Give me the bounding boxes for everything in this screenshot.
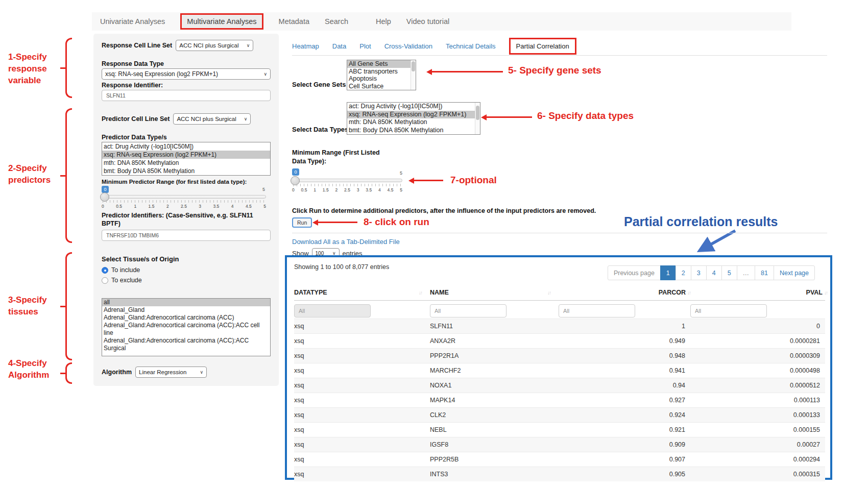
sort-icon[interactable]: ↓↑ (547, 290, 550, 296)
list-item[interactable]: All Gene Sets (347, 60, 416, 68)
cell-pval: 0.00027 (690, 441, 827, 448)
pagination-button[interactable]: 4 (706, 265, 722, 280)
predictor-cell-line-set-select[interactable]: ACC NCI plus Surgical ∨ (173, 113, 251, 125)
list-item[interactable]: Adrenal_Gland (102, 306, 270, 314)
tab[interactable]: Partial Correlation (509, 38, 576, 55)
table-row: xsq INTS3 0.905 0.000315 (294, 467, 825, 481)
pagination: Previous page12345…81Next page (608, 265, 815, 280)
table-row: xsq NEBL 0.921 0.000155 (294, 422, 825, 437)
bracket-tissues-section (65, 252, 72, 360)
tissue-include-radio[interactable] (102, 267, 108, 274)
response-identifier-input[interactable] (102, 90, 271, 101)
min-predictor-range-slider[interactable]: 0 5 00.511.522.533.544.55 (102, 186, 266, 210)
nav-search[interactable]: Search (325, 17, 348, 26)
annotation-step6: 6- Specify data types (537, 110, 634, 121)
tab[interactable]: Data (332, 42, 346, 50)
cell-parcor: 0.948 (559, 352, 690, 359)
min-range-label-line2: Data Type): (292, 158, 326, 165)
algorithm-select[interactable]: Linear Regression ∨ (135, 367, 207, 378)
annotation-step8: 8- click on run (364, 216, 429, 228)
list-item[interactable]: Adrenal_Gland:Adrenocortical carcinoma (… (102, 322, 270, 337)
column-header-name[interactable]: NAME ↓↑ (430, 289, 559, 296)
annotation-step3: 3-Specifytissues (8, 294, 47, 318)
run-button[interactable]: Run (292, 217, 312, 228)
cell-datatype: xsq (294, 367, 430, 374)
cell-pval: 0.000155 (690, 426, 827, 433)
cell-name: PPP2R1A (430, 352, 559, 359)
gene-sets-scrollbar[interactable] (411, 60, 416, 90)
column-header-datatype[interactable]: DATATYPE ↓↑ (294, 289, 430, 296)
nav-univariate-analyses[interactable]: Univariate Analyses (100, 17, 165, 26)
filter-parcor-input[interactable] (559, 304, 635, 318)
list-item[interactable]: Adrenal_Gland:Adrenocortical carcinoma (… (102, 314, 270, 322)
chevron-down-icon: ∨ (263, 71, 267, 77)
list-item[interactable]: act: Drug Activity (-log10[IC50M]) (102, 142, 270, 151)
tab[interactable]: Plot (359, 42, 371, 50)
column-header-pval[interactable]: PVAL ↓↑ (690, 289, 827, 296)
cell-name: IGSF8 (430, 441, 559, 448)
pagination-button[interactable]: 81 (755, 265, 774, 280)
chevron-down-icon: ∨ (200, 370, 203, 375)
filter-pval-input[interactable] (690, 304, 767, 318)
download-all-link[interactable]: Download All as a Tab-Delimited File (292, 238, 400, 246)
list-item[interactable]: Adrenal_Gland:Adrenocortical carcinoma (… (102, 337, 270, 352)
tab[interactable]: Technical Details (446, 42, 496, 50)
cell-parcor: 0.941 (559, 367, 690, 374)
list-item[interactable]: ABC transporters (347, 68, 416, 76)
cell-name: ANXA2R (430, 337, 559, 345)
table-row: xsq MAPK14 0.927 0.000113 (294, 393, 825, 407)
min-range-slider[interactable]: 0 5 00.511.522.533.544.55 (292, 168, 402, 194)
cell-datatype: xsq (294, 471, 430, 478)
nav-help[interactable]: Help (376, 17, 391, 26)
pagination-button[interactable]: … (737, 265, 756, 280)
column-header-parcor[interactable]: PARCOR ↓↑ (559, 289, 690, 296)
list-item[interactable]: act: Drug Activity (-log10[IC50M]) (347, 103, 480, 111)
list-item[interactable]: mth: DNA 850K Methylation (347, 118, 480, 127)
slider-tick-label: 4.5 (246, 204, 252, 209)
cell-name: INTS3 (430, 471, 559, 478)
list-item[interactable]: mth: DNA 850K Methylation (102, 159, 270, 167)
list-item[interactable]: all (102, 299, 270, 306)
list-item[interactable]: xsq: RNA-seq Expression (log2 FPKM+1) (102, 151, 270, 159)
bracket-algorithm-section (65, 362, 72, 384)
cell-parcor: 0.909 (559, 441, 690, 448)
list-item[interactable]: bmt: Body DNA 850K Methylation (102, 167, 270, 175)
tissue-exclude-radio[interactable] (102, 277, 108, 284)
pagination-button[interactable]: 2 (676, 265, 691, 280)
filter-datatype-input[interactable] (294, 304, 371, 318)
tab[interactable]: Cross-Validation (384, 42, 432, 50)
pagination-button[interactable]: 5 (721, 265, 737, 280)
sort-icon[interactable]: ↓↑ (824, 290, 827, 296)
data-types-scrollbar[interactable] (475, 103, 480, 134)
response-data-type-select[interactable]: xsq: RNA-seq Expression (log2 FPKM+1) ∨ (102, 68, 271, 80)
sort-icon[interactable]: ↓↑ (419, 290, 422, 296)
table-row: xsq MARCHF2 0.941 0.0000498 (294, 363, 825, 378)
pagination-button[interactable]: 1 (660, 265, 676, 280)
list-item[interactable]: Cell Surface (347, 83, 416, 90)
table-header-row: DATATYPE ↓↑ NAME ↓↑ PARCOR ↓↑ PVAL ↓↑ (294, 285, 825, 301)
response-cell-line-set-label: Response Cell Line Set (102, 42, 172, 49)
list-item[interactable]: xsq: RNA-seq Expression (log2 FPKM+1) (347, 111, 480, 119)
pagination-button[interactable]: Previous page (608, 265, 661, 280)
slider-tick-label: 2 (166, 204, 169, 209)
slider-track[interactable] (102, 195, 266, 199)
filter-name-input[interactable] (430, 304, 507, 318)
table-filter-row (294, 303, 825, 319)
pagination-button[interactable]: 3 (691, 265, 707, 280)
slider-track[interactable] (292, 179, 402, 182)
nav-metadata[interactable]: Metadata (279, 17, 309, 26)
list-item[interactable]: bmt: Body DNA 850K Methylation (347, 127, 480, 135)
nav-multivariate-analyses[interactable]: Multivariate Analyses (180, 13, 263, 30)
response-cell-line-set-select[interactable]: ACC NCI plus Surgical ∨ (176, 40, 253, 51)
cell-datatype: xsq (294, 397, 430, 404)
table-row: xsq IGSF8 0.909 0.00027 (294, 437, 825, 452)
nav-video-tutorial[interactable]: Video tutorial (406, 17, 449, 26)
list-item[interactable]: Apoptosis (347, 75, 416, 83)
tab[interactable]: Heatmap (292, 42, 319, 50)
red-arrow-optional (414, 180, 443, 181)
cell-pval: 0.0000309 (690, 352, 827, 359)
pagination-button[interactable]: Next page (774, 265, 815, 280)
predictor-data-types-label: Predictor Data Type/s (102, 134, 167, 141)
predictor-identifiers-input[interactable] (102, 230, 271, 241)
cell-parcor: 0.927 (559, 397, 690, 404)
